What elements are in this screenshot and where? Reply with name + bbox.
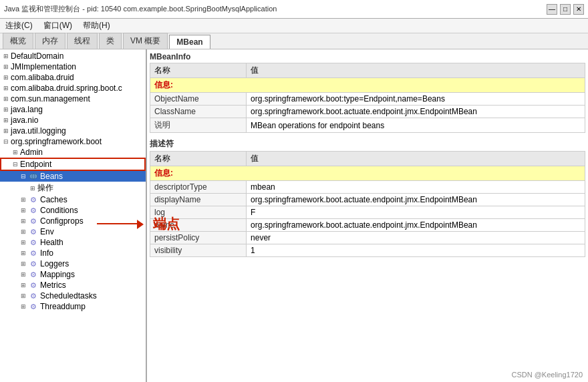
maximize-button[interactable]: □ <box>560 4 571 15</box>
tab-mbean[interactable]: MBean <box>169 35 210 49</box>
gear-icon: ⚙ <box>28 280 39 290</box>
expand-icon: ⊟ <box>19 172 28 181</box>
tree-node-mappings[interactable]: ⊞ ⚙ Mappings <box>0 269 146 280</box>
expand-icon: ⊞ <box>19 248 28 258</box>
gear-icon: ⚙ <box>28 302 39 311</box>
gear-icon: ⚙ <box>28 270 39 279</box>
gear-icon: ⚙ <box>28 227 39 236</box>
desc-row-displayname: displayName org.springframework.boot.act… <box>150 194 585 206</box>
tree-node-jmimplementation[interactable]: ⊞ JMImplementation <box>0 61 146 72</box>
expand-icon: ⊞ <box>1 94 11 104</box>
node-label: Metrics <box>40 280 66 290</box>
tree-node-threaddump[interactable]: ⊞ ⚙ Threaddump <box>0 301 146 312</box>
gear-icon: ⚙ <box>28 206 39 215</box>
node-label: java.util.logging <box>11 126 66 136</box>
expand-icon: ⊞ <box>19 238 28 247</box>
tree-node-alibaba-druid-spring[interactable]: ⊞ com.alibaba.druid.spring.boot.c <box>0 83 146 93</box>
desc-row-name: visibility <box>150 244 247 257</box>
tree-node-loggers[interactable]: ⊞ ⚙ Loggers <box>0 258 146 269</box>
minimize-button[interactable]: — <box>547 4 557 15</box>
col-value: 值 <box>247 152 585 166</box>
desc-row-value: F <box>247 206 585 219</box>
expand-icon: ⊞ <box>19 216 28 226</box>
desc-row-value: never <box>247 232 585 244</box>
expand-icon: ⊟ <box>11 160 20 169</box>
tree-node-java-util-logging[interactable]: ⊞ java.util.logging <box>0 126 146 136</box>
node-label: 操作 <box>37 182 53 194</box>
expand-icon: ⊞ <box>1 105 11 114</box>
tree-node-admin[interactable]: ⊞ Admin <box>0 147 146 158</box>
node-label: Mappings <box>40 270 75 279</box>
tree-node-scheduledtasks[interactable]: ⊞ ⚙ Scheduledtasks <box>0 291 146 301</box>
tree-panel[interactable]: ⊞ DefaultDomain ⊞ JMImplementation ⊞ com… <box>0 49 147 382</box>
info-row-name: ClassName <box>150 106 247 118</box>
tab-memory[interactable]: 内存 <box>35 33 65 49</box>
expand-icon: ⊞ <box>19 280 28 290</box>
desc-row-name: displayName <box>150 194 247 206</box>
node-label: com.alibaba.druid.spring.boot.c <box>11 83 122 93</box>
tree-node-alibaba-druid[interactable]: ⊞ com.alibaba.druid <box>0 72 146 83</box>
bean-icon <box>28 172 39 181</box>
desc-row-name: persistPolicy <box>150 232 247 244</box>
col-name: 名称 <box>150 152 247 166</box>
desc-row-name-field: name org.springframework.boot.actuate.en… <box>150 219 585 232</box>
close-button[interactable]: ✕ <box>573 4 584 15</box>
tree-node-springframework-boot[interactable]: ⊟ org.springframework.boot <box>0 136 146 147</box>
menu-connect[interactable]: 连接(C) <box>3 19 35 32</box>
node-label: java.lang <box>11 105 43 114</box>
node-label: com.sun.management <box>11 94 90 104</box>
tab-overview[interactable]: 概览 <box>3 33 33 49</box>
tree-node-caozuo[interactable]: ⊞ 操作 <box>0 182 146 194</box>
node-label-conditions: Conditions <box>40 206 78 215</box>
col-name: 名称 <box>150 63 247 78</box>
info-row-desc: 说明 MBean operations for endpoint beans <box>150 118 585 133</box>
gear-icon: ⚙ <box>28 291 39 301</box>
desc-row-value: mbean <box>247 181 585 194</box>
relative-container: ⊞ DefaultDomain ⊞ JMImplementation ⊞ com… <box>0 49 588 382</box>
node-label: Configprops <box>40 216 84 226</box>
info-row-value: org.springframework.boot:type=Endpoint,n… <box>247 93 585 106</box>
tree-node-health[interactable]: ⊞ ⚙ Health <box>0 237 146 248</box>
tree-node-info[interactable]: ⊞ ⚙ Info <box>0 248 146 258</box>
tree-node-sun-management[interactable]: ⊞ com.sun.management <box>0 93 146 104</box>
desc-row-value: 1 <box>247 244 585 257</box>
tab-thread[interactable]: 线程 <box>67 33 98 49</box>
tree-node-endpoint[interactable]: ⊟ Endpoint <box>0 158 146 171</box>
desc-header-cell: 信息: <box>150 166 585 181</box>
expand-icon: ⊞ <box>1 83 11 93</box>
expand-icon: ⊞ <box>19 291 28 301</box>
tree-node-conditions[interactable]: ⊞ ⚙ Conditions <box>0 205 146 216</box>
tree-node-java-lang[interactable]: ⊞ java.lang <box>0 104 146 115</box>
info-row-value: MBean operations for endpoint beans <box>247 118 585 133</box>
tree-node-defaultdomain[interactable]: ⊞ DefaultDomain <box>0 51 146 61</box>
tab-class[interactable]: 类 <box>99 33 122 49</box>
info-header-row: 信息: <box>150 78 585 93</box>
node-label: org.springframework.boot <box>11 137 102 146</box>
expand-icon: ⊟ <box>1 137 11 146</box>
menu-help[interactable]: 帮助(H) <box>80 19 113 32</box>
gear-icon: ⚙ <box>28 216 39 226</box>
desc-row-name: descriptorType <box>150 181 247 194</box>
node-label: Loggers <box>40 259 69 268</box>
expand-icon: ⊞ <box>1 73 11 82</box>
menu-window[interactable]: 窗口(W) <box>41 19 75 32</box>
info-row-name: ObjectName <box>150 93 247 106</box>
expand-icon: ⊞ <box>19 259 28 268</box>
node-label-health: Health <box>40 238 63 247</box>
info-row-objectname: ObjectName org.springframework.boot:type… <box>150 93 585 106</box>
tree-node-beans[interactable]: ⊟ Beans <box>0 171 146 182</box>
tree-node-metrics[interactable]: ⊞ ⚙ Metrics <box>0 280 146 291</box>
tree-node-java-nio[interactable]: ⊞ java.nio <box>0 115 146 126</box>
tree-node-caches[interactable]: ⊞ ⚙ Caches <box>0 194 146 205</box>
tab-vm[interactable]: VM 概要 <box>123 33 168 49</box>
desc-row-name: name <box>150 219 247 232</box>
tree-node-configprops[interactable]: ⊞ ⚙ Configprops <box>0 216 146 226</box>
expand-icon: ⊞ <box>11 148 20 157</box>
expand-icon: ⊞ <box>19 302 28 311</box>
expand-icon: ⊞ <box>1 62 11 71</box>
tree-node-env[interactable]: ⊞ ⚙ Env <box>0 226 146 237</box>
desc-row-descriptortype: descriptorType mbean <box>150 181 585 194</box>
expand-icon: ⊞ <box>1 51 11 61</box>
watermark: CSDN @Keeling1720 <box>511 371 583 379</box>
desc-row-value: org.springframework.boot.actuate.endpoin… <box>247 194 585 206</box>
